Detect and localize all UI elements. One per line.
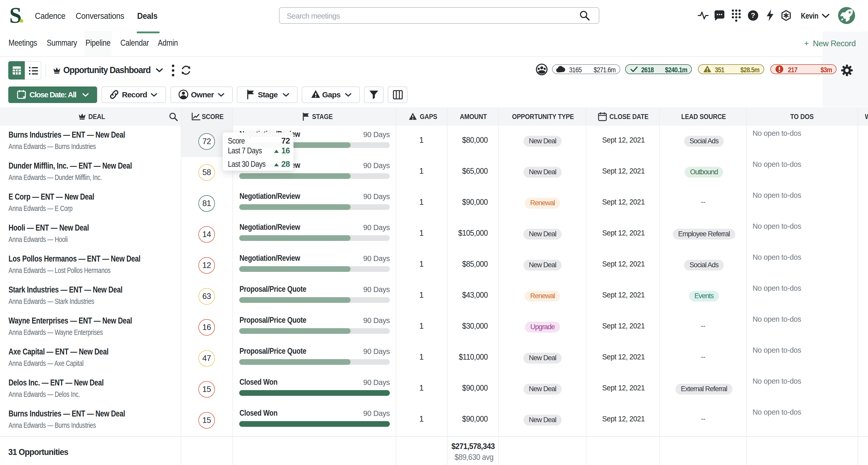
svg-text:?: ? xyxy=(751,12,755,20)
